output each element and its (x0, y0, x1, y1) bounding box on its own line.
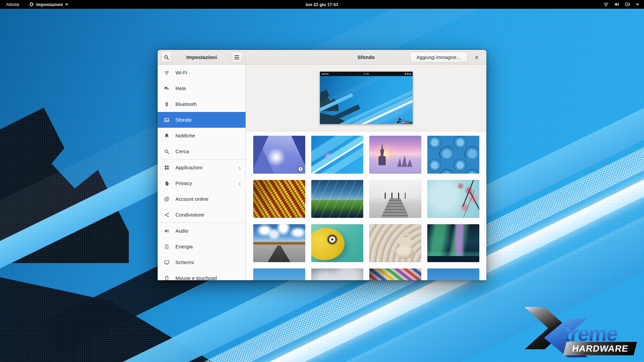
wallpaper-thumbnail-gray-clouds[interactable] (311, 268, 363, 280)
wallpaper-thumbnail-blue-sky-clouds[interactable] (253, 268, 305, 280)
logo-hardware-band: HARDWARE (401, 122, 412, 124)
wallpaper-icon (164, 117, 170, 123)
sidebar-item-label: Rete (175, 85, 186, 91)
bluetooth-icon (164, 101, 170, 107)
wallpaper-thumbnail-colored-pencils[interactable] (369, 268, 421, 280)
mouse-icon (164, 275, 170, 281)
close-button[interactable]: × (472, 53, 481, 62)
logo-hardware-band: HARDWARE (563, 342, 637, 355)
wifi-icon (164, 70, 170, 76)
chevron-down-icon (636, 4, 639, 5)
network-icon (164, 85, 170, 92)
wallpaper-thumbnail-desert-road[interactable] (253, 224, 305, 262)
preview-status-icons (405, 73, 411, 75)
background-panel: Attività 17:51 treme HARDWARE (246, 65, 486, 280)
sidebar-item-schermi[interactable]: Schermi (158, 254, 246, 270)
sidebar-item-privacy[interactable]: Privacy› (158, 175, 246, 191)
sidebar-item-label: Account online (175, 196, 208, 202)
chevron-right-icon: › (238, 164, 241, 171)
sidebar-item-label: Cerca (175, 148, 189, 154)
menu-button[interactable] (231, 52, 243, 63)
desktop-preview: Attività 17:51 treme HARDWARE (320, 71, 413, 124)
sidebar-item-label: Privacy (175, 180, 192, 186)
battery-icon (625, 2, 631, 7)
speaker-icon (164, 228, 170, 234)
clock[interactable]: lun 22 giu 17:51 (0, 2, 644, 7)
sidebar-item-label: Energia (175, 244, 193, 249)
window-title: Impostazioni (186, 54, 217, 60)
preview-clock: 17:51 (320, 73, 413, 75)
sidebar-item-mouse-e-touchpad[interactable]: Mouse e touchpad (158, 270, 246, 280)
wallpaper-thumbnail-yellow-frog[interactable] (311, 224, 363, 262)
search-icon (164, 148, 170, 155)
wallpaper-thumbnail-blue-crochet-circles[interactable] (427, 136, 479, 174)
wallpaper-thumbnail-green-marsh-sky[interactable] (311, 180, 363, 218)
sidebar-item-account-online[interactable]: @ Account online (158, 191, 246, 207)
sidebar-item-audio[interactable]: Audio (158, 223, 246, 239)
panel-headerbar: Sfondo Aggiungi immagine… × (246, 50, 486, 65)
sidebar-item-energia[interactable]: Energia (158, 239, 246, 254)
panel-title: Sfondo (358, 54, 375, 60)
wallpaper-grid (246, 136, 486, 280)
current-wallpaper-section: Attività 17:51 treme HARDWARE (246, 65, 486, 131)
sidebar-item-bluetooth[interactable]: Bluetooth (158, 96, 246, 112)
sidebar-item-rete[interactable]: Rete (158, 80, 246, 96)
hamburger-icon (234, 55, 239, 59)
sidebar-item-label: Wi-Fi (175, 70, 187, 75)
sidebar-item-label: Audio (175, 228, 188, 234)
preview-top-bar: Attività 17:51 (320, 72, 413, 76)
wallpaper-thumbnail-gnome-geometric-timed[interactable] (253, 136, 305, 174)
sidebar-item-label: Applicazioni (175, 165, 202, 170)
share-icon (164, 212, 170, 218)
sidebar-item-cerca[interactable]: Cerca (158, 143, 246, 159)
sidebar-item-applicazioni[interactable]: Applicazioni› (158, 160, 246, 175)
xtreme-hardware-logo: treme HARDWARE (396, 117, 412, 124)
sidebar-item-label: Bluetooth (175, 101, 197, 107)
wallpaper-thumbnail-foggy-pier-monochrome[interactable] (369, 180, 421, 218)
preview-wallpaper: treme HARDWARE (320, 76, 413, 124)
wallpaper-thumbnail-blue-abstract-beams[interactable] (311, 136, 363, 174)
apps-icon (164, 165, 170, 171)
xtreme-hardware-logo: treme HARDWARE (525, 307, 635, 357)
sidebar-item-notifiche[interactable]: Notifiche (158, 128, 246, 143)
sidebar-headerbar: Impostazioni (158, 50, 246, 65)
wallpaper-thumbnail-aurora-borealis[interactable] (427, 224, 479, 262)
wallpaper-thumbnail-winter-sunset-trees[interactable] (369, 136, 421, 174)
timed-wallpaper-clock-icon (298, 166, 304, 172)
sidebar-item-label: Mouse e touchpad (175, 275, 217, 280)
bell-icon (164, 133, 170, 139)
wifi-icon (603, 2, 609, 7)
add-image-button[interactable]: Aggiungi immagine… (410, 52, 468, 63)
system-status-area[interactable] (603, 2, 644, 7)
hand-icon (164, 180, 170, 186)
display-icon (164, 259, 170, 265)
battery-icon (164, 244, 170, 250)
wallpaper-thumbnail-blue-sky-clouds-2[interactable] (427, 268, 479, 280)
wallpaper-grid-section (246, 131, 486, 280)
settings-window: Impostazioni Sfondo Aggiungi immagine… ×… (158, 50, 486, 280)
sidebar-item-condivisione[interactable]: Condivisione (158, 207, 246, 223)
sidebar-item-wi-fi[interactable]: Wi-Fi (158, 65, 246, 80)
wallpaper-thumbnail-woven-orange-fabric[interactable] (253, 180, 305, 218)
at-icon: @ (164, 196, 170, 202)
wallpaper-thumbnail-zen-sand-stones[interactable] (369, 224, 421, 262)
sidebar-item-sfondo[interactable]: Sfondo (158, 112, 246, 128)
settings-sidebar: Wi-Fi Rete Bluetooth Sfondo Notifiche Ce… (158, 65, 246, 280)
sidebar-item-label: Notifiche (175, 133, 195, 138)
sidebar-item-label: Condivisione (175, 212, 204, 218)
sidebar-item-label: Schermi (175, 259, 194, 265)
search-button[interactable] (161, 52, 172, 63)
wallpaper-thumbnail-cherry-blossom[interactable] (427, 180, 479, 218)
search-icon (164, 55, 169, 60)
chevron-right-icon: › (238, 180, 241, 187)
gnome-top-bar: Attività Impostazioni lun 22 giu 17:51 (0, 0, 644, 9)
sidebar-item-label: Sfondo (175, 117, 192, 123)
volume-icon (614, 2, 620, 7)
